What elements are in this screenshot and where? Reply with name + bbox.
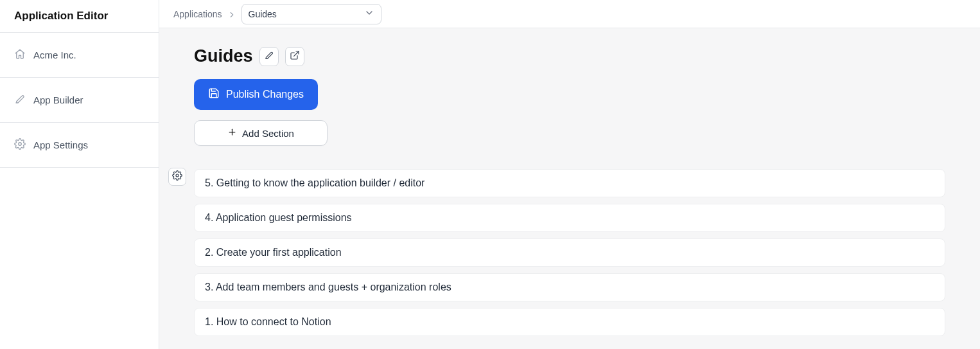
open-external-button[interactable] [285,47,304,66]
home-icon [14,48,26,62]
chevron-right-icon [227,8,236,19]
gear-icon [14,138,26,152]
gear-icon [172,170,182,183]
page-title-row: Guides [194,46,945,66]
svg-point-4 [176,174,179,177]
list-item[interactable]: 5. Getting to know the application build… [194,169,945,197]
add-section-label: Add Section [242,128,294,139]
pencil-icon [14,93,26,107]
edit-title-button[interactable] [259,47,279,66]
sidebar-item-label: Acme Inc. [33,49,76,60]
section-settings-button[interactable] [168,168,186,186]
page-title: Guides [194,46,253,66]
sidebar-item-label: App Builder [33,94,83,105]
publish-button[interactable]: Publish Changes [194,79,318,110]
plus-icon [227,127,237,139]
add-section-button[interactable]: Add Section [194,120,328,146]
sidebar-item-org[interactable]: Acme Inc. [0,33,159,78]
sidebar-item-settings[interactable]: App Settings [0,123,159,168]
main-panel: Guides Publish Changes [159,28,980,349]
svg-line-1 [293,51,298,56]
breadcrumb-select[interactable]: Guides [241,4,381,24]
publish-button-label: Publish Changes [226,89,304,100]
list-item[interactable]: 2. Create your first application [194,238,945,267]
sidebar-item-label: App Settings [33,139,88,150]
sidebar-item-builder[interactable]: App Builder [0,78,159,123]
breadcrumb-select-value: Guides [249,9,277,19]
sidebar: Application Editor Acme Inc. App Builder… [0,0,159,349]
content-area: Applications Guides Guides [159,0,980,349]
list-item[interactable]: 1. How to connect to Notion [194,308,945,336]
save-icon [208,87,220,102]
breadcrumb: Applications Guides [159,0,980,28]
section-list: 5. Getting to know the application build… [194,169,945,336]
external-link-icon [290,50,300,62]
list-item[interactable]: 3. Add team members and guests + organiz… [194,273,945,301]
chevron-down-icon [364,8,374,20]
sidebar-title: Application Editor [0,0,159,33]
breadcrumb-parent[interactable]: Applications [173,9,222,19]
svg-point-0 [19,143,22,146]
section-list-wrapper: 5. Getting to know the application build… [194,169,945,336]
list-item[interactable]: 4. Application guest permissions [194,204,945,232]
pencil-icon [264,50,274,62]
